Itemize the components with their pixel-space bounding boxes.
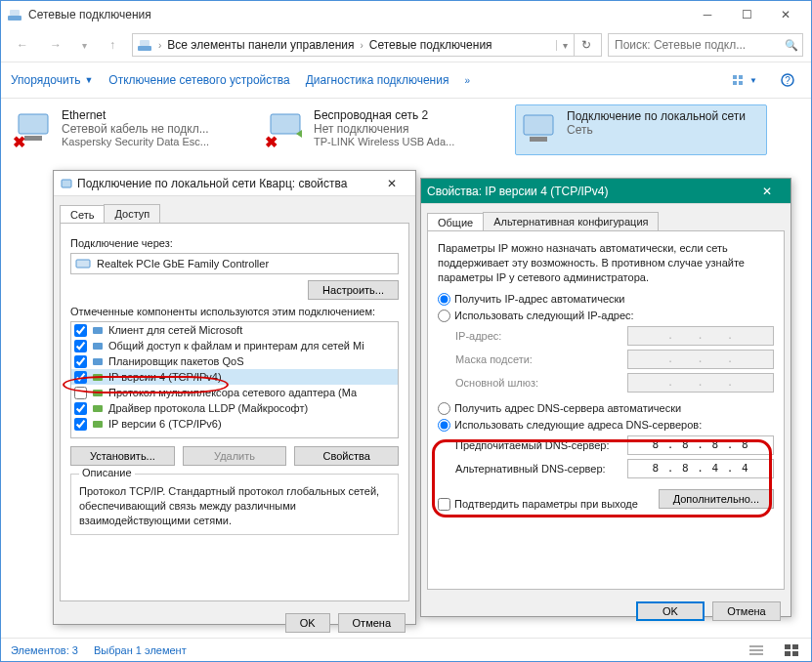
subnet-mask-input: . . .: [627, 350, 774, 369]
lan-icon: [520, 109, 561, 150]
component-name: Протокол мультиплексора сетевого адаптер…: [108, 387, 357, 398]
component-name: Планировщик пакетов QoS: [108, 355, 244, 367]
close-button[interactable]: ✕: [374, 174, 409, 193]
preferred-dns-input[interactable]: 8 . 8 . 8 . 8: [627, 435, 774, 455]
component-checkbox[interactable]: [74, 402, 87, 415]
adapter-properties-dialog: Подключение по локальной сети Кварц: сво…: [53, 170, 416, 625]
radio-auto-dns[interactable]: Получить адрес DNS-сервера автоматически: [438, 402, 774, 415]
cancel-button[interactable]: Отмена: [338, 613, 406, 633]
view-details-button[interactable]: [747, 642, 766, 658]
ip-address-input: . . .: [627, 326, 774, 346]
component-item[interactable]: Клиент для сетей Microsoft: [71, 322, 398, 338]
alternate-dns-input[interactable]: 8 . 8 . 4 . 4: [627, 459, 774, 478]
remove-button[interactable]: Удалить: [183, 446, 287, 466]
dialog-title: Подключение по локальной сети Кварц: сво…: [77, 177, 347, 190]
svg-rect-3: [140, 40, 150, 46]
component-item[interactable]: Протокол мультиплексора сетевого адаптер…: [71, 385, 398, 400]
connection-item[interactable]: ✖ Ethernet Сетевой кабель не подкл... Ka…: [11, 104, 263, 155]
subnet-mask-label: Маска подсети:: [455, 353, 533, 365]
svg-rect-5: [739, 75, 743, 79]
recent-dropdown[interactable]: ▾: [75, 31, 93, 59]
component-checkbox[interactable]: [74, 355, 87, 368]
svg-rect-22: [62, 180, 71, 187]
alternate-dns-label: Альтернативный DNS-сервер:: [455, 463, 606, 475]
proto-icon: [91, 401, 105, 415]
configure-button[interactable]: Настроить...: [308, 280, 399, 300]
install-button[interactable]: Установить...: [70, 446, 175, 466]
forward-button[interactable]: →: [42, 31, 69, 59]
component-item[interactable]: IP версии 4 (TCP/IPv4): [71, 369, 398, 385]
close-button[interactable]: ✕: [766, 4, 805, 25]
advanced-button[interactable]: Дополнительно...: [659, 489, 774, 509]
disable-device-button[interactable]: Отключение сетевого устройства: [108, 73, 289, 87]
cancel-button[interactable]: Отмена: [712, 601, 781, 621]
svg-rect-20: [785, 651, 791, 656]
radio-manual-ip[interactable]: Использовать следующий IP-адрес:: [438, 310, 774, 322]
connection-item[interactable]: ✖ Беспроводная сеть 2 Нет подключения TP…: [263, 104, 515, 155]
tab-general[interactable]: Общие: [427, 213, 484, 231]
refresh-icon[interactable]: ↻: [574, 33, 597, 57]
connection-item[interactable]: Подключение по локальной сети Сеть: [515, 104, 767, 155]
tab-access[interactable]: Доступ: [104, 204, 160, 223]
gateway-label: Основной шлюз:: [455, 377, 538, 389]
maximize-button[interactable]: ☐: [727, 4, 766, 25]
breadcrumb-item[interactable]: Все элементы панели управления: [167, 38, 354, 52]
svg-text:?: ?: [785, 75, 791, 86]
component-checkbox[interactable]: [74, 340, 87, 352]
component-checkbox[interactable]: [74, 418, 87, 431]
svg-rect-18: [785, 644, 791, 649]
component-checkbox[interactable]: [74, 371, 87, 384]
connection-status: Сеть: [567, 123, 746, 137]
diagnose-button[interactable]: Диагностика подключения: [306, 73, 449, 87]
ip-address-label: IP-адрес:: [455, 330, 501, 342]
status-selection: Выбран 1 элемент: [94, 644, 187, 656]
status-item-count: Элементов: 3: [11, 644, 78, 656]
radio-manual-dns[interactable]: Использовать следующие адреса DNS-сервер…: [438, 419, 774, 432]
help-button[interactable]: ?: [774, 68, 801, 92]
component-name: IP версии 6 (TCP/IPv6): [108, 418, 222, 430]
view-icons-button[interactable]: [782, 642, 801, 658]
component-list[interactable]: Клиент для сетей MicrosoftОбщий доступ к…: [70, 321, 399, 438]
search-box[interactable]: 🔍: [608, 33, 803, 57]
organize-menu[interactable]: Упорядочить▼: [11, 73, 93, 87]
up-button[interactable]: ↑: [99, 31, 126, 59]
svg-rect-27: [93, 374, 103, 381]
component-item[interactable]: IP версии 6 (TCP/IPv6): [71, 416, 398, 432]
connection-adapter: Kaspersky Security Data Esc...: [62, 136, 209, 147]
back-button[interactable]: ←: [9, 31, 36, 59]
connection-name: Беспроводная сеть 2: [314, 108, 454, 122]
minimize-button[interactable]: ─: [688, 4, 727, 25]
search-icon[interactable]: 🔍: [785, 39, 798, 52]
tab-network[interactable]: Сеть: [60, 205, 105, 224]
component-checkbox[interactable]: [74, 387, 87, 399]
search-input[interactable]: [613, 37, 781, 53]
close-button[interactable]: ✕: [749, 182, 785, 201]
breadcrumb-bar[interactable]: › Все элементы панели управления › Сетев…: [132, 33, 602, 57]
gateway-input: . . .: [627, 373, 774, 393]
client-icon: [91, 323, 105, 337]
address-row: ← → ▾ ↑ › Все элементы панели управления…: [1, 28, 811, 62]
breadcrumb-item[interactable]: Сетевые подключения: [369, 38, 492, 52]
view-dropdown[interactable]: ▼: [731, 68, 758, 92]
connection-name: Ethernet: [62, 108, 209, 122]
svg-rect-29: [93, 405, 103, 412]
component-item[interactable]: Драйвер протокола LLDP (Майкрософт): [71, 400, 398, 416]
component-checkbox[interactable]: [74, 324, 87, 337]
share-icon: [91, 339, 105, 352]
properties-button[interactable]: Свойства: [294, 446, 399, 466]
proto-icon: [91, 386, 105, 399]
command-toolbar: Упорядочить▼ Отключение сетевого устройс…: [1, 62, 811, 99]
proto-icon: [91, 417, 105, 431]
svg-rect-7: [739, 81, 743, 85]
svg-rect-6: [733, 81, 737, 85]
component-item[interactable]: Планировщик пакетов QoS: [71, 353, 398, 369]
tab-alternative[interactable]: Альтернативная конфигурация: [483, 212, 659, 230]
ok-button[interactable]: OK: [285, 613, 330, 633]
radio-auto-ip[interactable]: Получить IP-адрес автоматически: [438, 293, 774, 306]
ipv4-properties-dialog: Свойства: IP версии 4 (TCP/IPv4) ✕ Общие…: [420, 178, 791, 617]
component-item[interactable]: Общий доступ к файлам и принтерам для се…: [71, 338, 398, 353]
svg-rect-23: [76, 260, 90, 268]
svg-rect-26: [93, 358, 103, 365]
ok-button[interactable]: OK: [636, 601, 705, 621]
confirm-on-exit-checkbox[interactable]: Подтвердить параметры при выходе: [438, 498, 638, 511]
